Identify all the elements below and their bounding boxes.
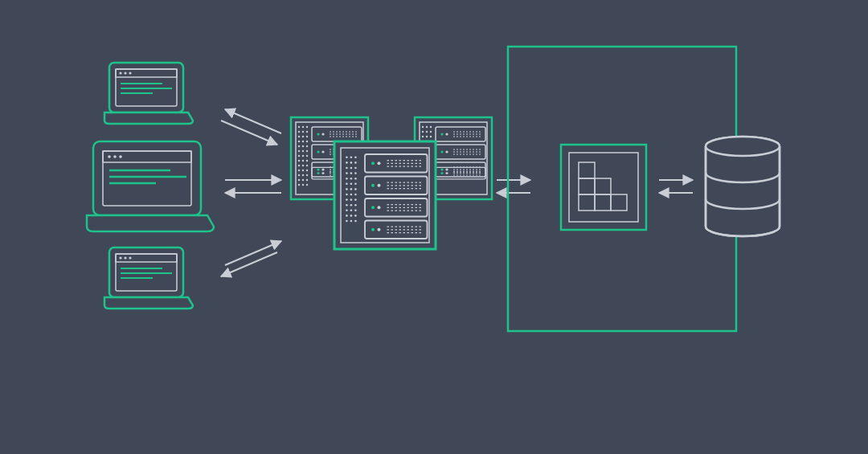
arrow-bidirectional-icon xyxy=(221,241,281,276)
architecture-diagram xyxy=(0,0,868,454)
svg-point-48 xyxy=(119,72,121,74)
svg-point-98 xyxy=(706,137,780,156)
database-icon xyxy=(706,137,780,236)
svg-point-59 xyxy=(119,155,122,158)
server-rack-icon xyxy=(334,141,436,249)
svg-point-66 xyxy=(119,256,121,259)
svg-point-58 xyxy=(113,155,117,158)
svg-point-49 xyxy=(124,72,126,74)
arrow-bidirectional-icon xyxy=(221,109,281,145)
arrow-bidirectional-icon xyxy=(225,180,281,193)
svg-line-72 xyxy=(221,121,277,145)
laptop-icon xyxy=(104,247,193,309)
svg-rect-54 xyxy=(93,141,201,215)
svg-line-77 xyxy=(221,252,277,276)
svg-line-73 xyxy=(225,109,281,133)
laptop-icon xyxy=(104,63,193,124)
svg-point-57 xyxy=(108,155,111,158)
svg-point-50 xyxy=(129,72,131,74)
laptop-icon xyxy=(87,141,214,231)
arrow-bidirectional-icon xyxy=(497,180,530,193)
svg-rect-87 xyxy=(561,145,646,230)
svg-line-76 xyxy=(225,241,281,265)
arrow-bidirectional-icon xyxy=(659,180,693,193)
svg-point-68 xyxy=(129,256,131,259)
svg-point-67 xyxy=(124,256,126,259)
cache-region-icon xyxy=(508,47,736,331)
